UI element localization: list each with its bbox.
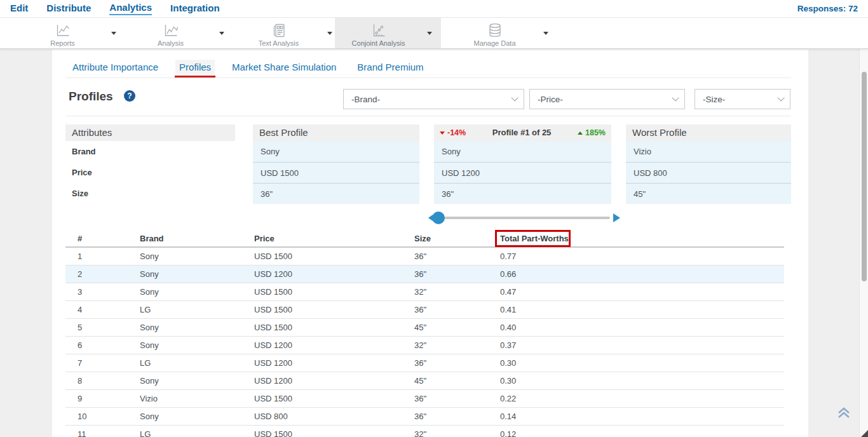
chevron-down-icon[interactable] [543,32,548,35]
price-dropdown[interactable]: -Price- [529,89,685,109]
help-icon[interactable] [124,90,135,102]
part-worths-table: # Brand Price Size Total Part-Worths 1So… [65,230,784,437]
table-cell: LG [140,426,151,437]
tab-market-share-simulation[interactable]: Market Share Simulation [228,60,340,74]
table-cell: 9 [78,390,82,407]
table-cell: 36" [414,354,426,372]
table-row[interactable]: 4LGUSD 150036"0.41 [65,301,784,319]
table-cell: USD 1500 [254,248,292,265]
table-row[interactable]: 6SonyUSD 120032"0.37 [65,337,784,354]
header-brand: Brand [140,230,164,247]
toolbar-item-conjoint-analysis[interactable]: Conjoint Analysis [335,18,441,48]
brand-dropdown[interactable]: -Brand- [343,89,524,109]
table-header-row: # Brand Price Size Total Part-Worths [65,230,784,248]
table-cell: USD 1500 [254,426,292,437]
page-title: Profiles [69,90,113,104]
table-row[interactable]: 5SonyUSD 150045"0.40 [65,319,784,337]
section-divider [65,116,791,116]
table-cell: 0.30 [500,354,516,372]
table-row[interactable]: 7LGUSD 120036"0.30 [65,354,784,372]
triangle-down-icon [440,131,445,135]
table-cell: Sony [140,248,159,265]
trend-chart-icon [163,22,179,39]
table-cell: 10 [78,408,86,425]
toolbar-item-label: Text Analysis [259,39,299,47]
table-cell: 36" [414,301,426,318]
table-cell: USD 1200 [254,354,292,372]
next-profile-arrow-icon[interactable] [613,213,620,222]
triangle-up-icon [578,131,583,135]
header-price: Price [254,230,275,247]
table-row[interactable]: 1SonyUSD 150036"0.77 [65,248,784,266]
table-row[interactable]: 3SonyUSD 150032"0.47 [65,283,784,301]
table-cell: LG [140,354,151,372]
table-cell: 0.30 [500,372,516,389]
part-worths-table-body: 1SonyUSD 150036"0.772SonyUSD 120036"0.66… [65,248,784,437]
scatter-chart-icon [370,22,387,39]
table-cell: Sony [140,283,159,300]
slider-track[interactable] [438,217,610,219]
current-profile-header: -14% Profile #1 of 25 185% [434,124,611,141]
table-cell: 3 [78,283,82,300]
table-cell: 1 [78,248,82,265]
table-cell: 11 [78,426,86,437]
nav-item-analytics[interactable]: Analytics [109,2,152,15]
chevron-down-icon[interactable] [327,32,332,35]
chevron-down-icon [511,94,518,101]
attributes-header: Attributes [65,124,235,141]
best-profile-column: Best Profile Sony USD 1500 36" [253,124,419,204]
table-cell: USD 1500 [254,319,292,336]
toolbar-item-reports[interactable]: Reports [19,18,125,48]
attributes-column: Attributes Brand Price Size [65,124,235,204]
size-dropdown-value: -Size- [703,95,725,104]
table-row[interactable]: 9VizioUSD 150036"0.22 [65,390,784,408]
table-cell: Sony [140,408,159,425]
table-row[interactable]: 2SonyUSD 120036"0.66 [65,266,784,283]
table-cell: 0.47 [500,283,516,300]
brand-dropdown-value: -Brand- [351,95,380,104]
best-profile-size: 36" [253,183,419,204]
table-cell: 36" [414,390,426,407]
table-cell: USD 1500 [254,283,292,300]
toolbar-item-label: Analysis [158,39,184,47]
tabs-divider [65,77,791,78]
resize-corner [861,430,868,437]
size-dropdown[interactable]: -Size- [695,89,790,109]
chevron-down-icon[interactable] [219,32,224,35]
table-row[interactable]: 10SonyUSD 80036"0.14 [65,408,784,426]
slider-handle[interactable] [432,212,445,224]
tab-attribute-importance[interactable]: Attribute Importance [69,60,162,74]
profile-slider[interactable] [432,210,620,225]
vertical-scrollbar[interactable] [859,49,868,437]
toolbar-item-manage-data[interactable]: Manage Data [451,18,557,48]
chevron-down-icon[interactable] [427,32,432,35]
responses-count[interactable]: Responses: 72 [797,4,858,13]
table-cell: 36" [414,266,426,283]
line-chart-icon [55,22,71,39]
tab-brand-premium[interactable]: Brand Premium [353,60,427,74]
table-row[interactable]: 11LGUSD 150032"0.12 [65,426,784,437]
nav-item-distribute[interactable]: Distribute [46,3,91,15]
best-profile-brand: Sony [253,141,419,162]
table-row[interactable]: 8SonyUSD 120045"0.30 [65,372,784,390]
table-cell: USD 1500 [254,390,292,407]
nav-item-integration[interactable]: Integration [170,3,220,15]
attribute-label-brand: Brand [65,141,235,162]
nav-item-edit[interactable]: Edit [10,3,28,15]
scroll-to-top-button[interactable] [836,406,851,420]
table-cell: 0.12 [500,426,516,437]
current-profile-size: 36" [434,183,611,204]
chevron-down-icon[interactable] [111,32,116,35]
toolbar-item-label: Conjoint Analysis [352,39,405,47]
table-cell: Sony [140,266,159,283]
table-cell: 0.22 [500,390,516,407]
scrollbar-thumb[interactable] [862,72,867,281]
worst-profile-column: Worst Profile Vizio USD 800 45" [626,124,791,204]
table-cell: LG [140,301,151,318]
tab-profiles[interactable]: Profiles [175,60,215,74]
table-cell: 32" [414,337,426,354]
toolbar-item-text-analysis[interactable]: Text Analysis [235,18,341,48]
toolbar-item-analysis[interactable]: Analysis [127,18,233,48]
table-cell: USD 800 [254,408,288,425]
double-chevron-up-icon [836,406,851,420]
